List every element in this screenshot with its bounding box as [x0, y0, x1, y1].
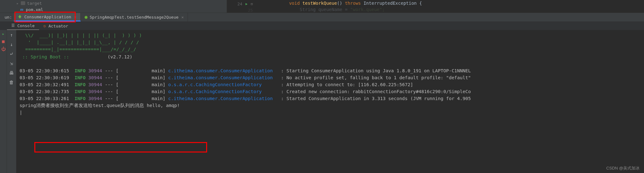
up-icon[interactable]: ↑ [9, 32, 15, 38]
run-tab-consumer[interactable]: ConsumerApplication × [14, 13, 81, 21]
spring-boot-label: :: Spring Boot :: [20, 54, 72, 59]
cursor: | [20, 109, 644, 116]
run-tab-label: ConsumerApplication [24, 15, 71, 19]
close-icon[interactable]: × [181, 15, 184, 20]
actuator-icon: ⎋ [44, 24, 46, 28]
log-line: 03-05 22:30:32:735 INFO 30944 --- [ main… [20, 88, 644, 95]
editor-gutter: 24 ▶ ⊟ 25 [227, 1, 257, 13]
spring-boot-version: (v2.7.12) [72, 54, 132, 59]
folder-icon [21, 1, 25, 5]
console-icon: ☰ [11, 23, 15, 28]
run-tab-test[interactable]: SpringAmqpTest.testSendMessage2Queue × [81, 13, 188, 21]
run-label: un: [0, 13, 14, 21]
method-name: testWorkQueue [300, 1, 337, 6]
console-output[interactable]: \\/ ___)| |_)| | | | | || (_| | ) ) ) ) … [16, 30, 644, 173]
sub-tab-label: Console [17, 23, 35, 28]
close-icon[interactable]: × [74, 15, 77, 19]
run-toolbar: ▸ ■ ⏻ [0, 30, 7, 173]
run-tab-label: SpringAmqpTest.testSendMessage2Queue [90, 15, 179, 20]
clear-icon[interactable]: 🗑 [9, 79, 15, 86]
keyword: void [289, 1, 300, 6]
tree-label: pom.xml [26, 7, 43, 12]
ascii-art: =========|_|==============|___/=/_/_/_/ [20, 46, 644, 53]
fold-icon[interactable]: ⊟ [251, 2, 253, 6]
down-icon[interactable]: ↓ [9, 41, 15, 48]
log-line: 03-05 22:30:30:615 INFO 30944 --- [ main… [20, 67, 644, 74]
line-number: 25 [248, 8, 253, 13]
run-tabs-row: un: ConsumerApplication × SpringAmqpTest… [0, 13, 644, 22]
project-tree[interactable]: ▸ target m pom.xml [0, 0, 227, 13]
tree-label: target [27, 1, 42, 6]
soft-wrap-icon[interactable]: ⤶ [9, 51, 15, 57]
console-toolbar: ↑ ↓ ⤶ ⇲ 🖶 🗑 [7, 30, 16, 173]
log-line: 03-05 22:30:33:261 INFO 30944 --- [ main… [20, 95, 644, 102]
tab-console[interactable]: ☰ Console [7, 22, 39, 30]
log-line: 03-05 22:30:32:491 INFO 30944 --- [ main… [20, 81, 644, 88]
code-editor[interactable]: 24 ▶ ⊟ 25 void testWorkQueue() throws In… [227, 0, 644, 13]
log-line: 03-05 22:30:30:619 INFO 30944 --- [ main… [20, 74, 644, 81]
ascii-art: ' |____| .__|_| |_|_| |_\__, | / / / / [20, 39, 644, 46]
chevron-right-icon: ▸ [16, 1, 19, 6]
print-icon[interactable]: 🖶 [9, 70, 15, 76]
app-output: spring消费者接收到生产者发送给test.queue队列的消息 hello,… [20, 102, 644, 109]
ascii-art: \\/ ___)| |_)| | | | | || (_| | ) ) ) ) [20, 32, 644, 39]
stop-button[interactable]: ■ [0, 38, 7, 45]
rerun-button[interactable]: ▸ [0, 30, 7, 38]
sub-tab-label: Actuator [49, 24, 68, 28]
test-pass-icon [84, 16, 88, 19]
run-gutter-icon[interactable]: ▶ [246, 2, 248, 6]
exit-button[interactable]: ⏻ [0, 45, 7, 53]
scroll-end-icon[interactable]: ⇲ [9, 60, 15, 67]
line-number: 24 [237, 2, 242, 6]
spring-boot-icon [18, 15, 22, 19]
maven-icon: m [20, 7, 24, 12]
console-sub-tabs: ☰ Console ⎋ Actuator [0, 22, 644, 30]
tab-actuator[interactable]: ⎋ Actuator [39, 22, 73, 30]
highlight-box [34, 142, 207, 152]
watermark: CSDN @美式加冰 [606, 165, 640, 171]
